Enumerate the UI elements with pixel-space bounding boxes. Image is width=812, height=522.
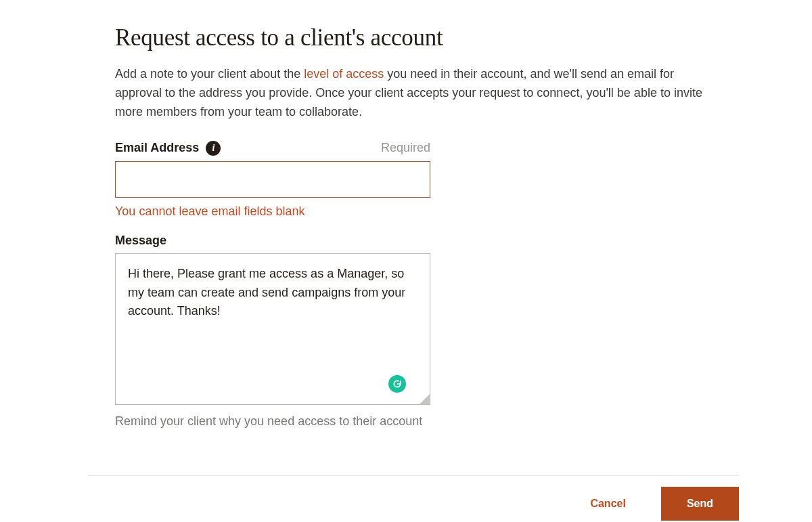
cancel-button[interactable]: Cancel xyxy=(586,488,629,519)
email-field-group: Email Address i Required You cannot leav… xyxy=(115,141,430,219)
email-error-text: You cannot leave email fields blank xyxy=(115,204,430,219)
page-title: Request access to a client's account xyxy=(115,24,724,51)
email-label-row: Email Address i Required xyxy=(115,141,430,156)
info-icon[interactable]: i xyxy=(206,141,221,156)
message-label: Message xyxy=(115,234,166,248)
message-textarea[interactable] xyxy=(115,253,430,405)
message-label-row: Message xyxy=(115,234,430,248)
required-label: Required xyxy=(381,141,430,155)
footer: Cancel Send xyxy=(88,475,739,522)
message-helper-text: Remind your client why you need access t… xyxy=(115,414,430,429)
email-input[interactable] xyxy=(115,161,430,198)
intro-pre: Add a note to your client about the xyxy=(115,67,304,81)
message-field-group: Message Remind your client why you need … xyxy=(115,234,430,429)
level-of-access-link[interactable]: level of access xyxy=(304,67,384,81)
send-button[interactable]: Send xyxy=(661,487,739,521)
intro-text: Add a note to your client about the leve… xyxy=(115,65,704,122)
email-label: Email Address xyxy=(115,141,199,155)
